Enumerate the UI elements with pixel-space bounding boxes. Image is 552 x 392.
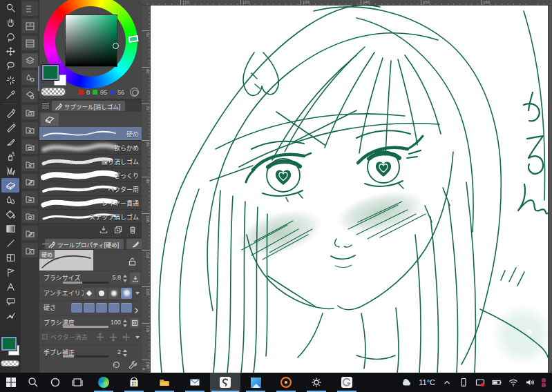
- color-mode-toggle-icon[interactable]: [130, 88, 139, 97]
- stabilization-value[interactable]: 2: [117, 349, 121, 355]
- brush-size-value[interactable]: 5.8: [112, 274, 121, 281]
- toolprop-tab[interactable]: ツールプロパティ[硬め]: [45, 239, 124, 249]
- tray-chevron-up[interactable]: [439, 373, 455, 392]
- reset-settings-icon[interactable]: [112, 360, 121, 369]
- figure-tool-icon[interactable]: [1, 236, 19, 251]
- brush-size-preset-button[interactable]: [130, 273, 140, 284]
- erase-touched-icon[interactable]: [96, 333, 104, 342]
- tray-battery-icon[interactable]: [488, 373, 505, 392]
- material-palette-icon-4[interactable]: [22, 157, 38, 171]
- hand-tool-icon[interactable]: [1, 15, 19, 30]
- tray-app-partial-icon[interactable]: [538, 373, 552, 392]
- taskbar-settings[interactable]: [301, 373, 332, 392]
- fill-tool-icon[interactable]: [1, 207, 19, 222]
- stabilization-stepper[interactable]: [123, 349, 128, 357]
- layout-palette-icon[interactable]: [22, 36, 38, 50]
- subtool-item-hard[interactable]: 硬め: [39, 127, 142, 141]
- hue-marker[interactable]: [128, 35, 138, 43]
- duplicate-subtool-icon[interactable]: [114, 226, 122, 234]
- subtool-item-soft[interactable]: 軟らかめ: [39, 141, 142, 155]
- task-view-button[interactable]: [66, 373, 88, 392]
- subtool-item-vector[interactable]: ベクター用: [39, 182, 142, 196]
- delete-subtool-icon[interactable]: [129, 226, 137, 234]
- pen-tool-icon[interactable]: [1, 106, 19, 120]
- subtool-item-rough[interactable]: ざっくり: [39, 168, 142, 182]
- weather-widget[interactable]: [399, 373, 415, 392]
- subtool-tab[interactable]: サブツール[消しゴム]: [52, 101, 125, 111]
- balloon-tool-icon[interactable]: [1, 294, 19, 308]
- antialias-none[interactable]: [84, 288, 95, 299]
- blend-tool-icon[interactable]: [1, 193, 19, 207]
- line-correction-tool-icon[interactable]: [1, 308, 19, 323]
- density-option-button[interactable]: [130, 318, 140, 328]
- ruler-flag-tool-icon[interactable]: [1, 265, 19, 280]
- canvas-scrollbar[interactable]: [548, 6, 552, 373]
- lasso-tool-icon[interactable]: [1, 59, 19, 73]
- import-subtool-icon[interactable]: [99, 226, 108, 234]
- eyedropper-icon[interactable]: [1, 88, 19, 102]
- drawing-canvas[interactable]: [151, 6, 548, 373]
- hardness-5[interactable]: [121, 303, 132, 313]
- start-button[interactable]: [0, 373, 22, 392]
- brush-detail-tab[interactable]: [126, 239, 142, 249]
- hardness-4[interactable]: [108, 303, 120, 313]
- taskbar-music-app[interactable]: [271, 373, 301, 392]
- saturation-value-square[interactable]: [66, 15, 117, 66]
- pencil-tool-icon[interactable]: [1, 120, 19, 135]
- quick-access-palette-icon[interactable]: [22, 1, 38, 16]
- eraser-group-button[interactable]: [41, 113, 59, 126]
- brush-size-stepper[interactable]: [123, 275, 128, 282]
- taskbar-file-explorer[interactable]: [149, 373, 180, 392]
- material-palette-icon-6[interactable]: [22, 191, 38, 206]
- antialias-middle[interactable]: [108, 288, 120, 299]
- antialias-caret-icon[interactable]: [135, 292, 140, 295]
- approximate-color-palette-icon[interactable]: [22, 70, 38, 85]
- gradient-tool-icon[interactable]: [1, 222, 19, 236]
- search-button[interactable]: [22, 373, 44, 392]
- brush-size-slider[interactable]: [63, 282, 108, 284]
- subtool-item-snap[interactable]: スナップ消しゴム: [39, 210, 142, 224]
- taskbar-mail[interactable]: [180, 373, 210, 392]
- airbrush-tool-icon[interactable]: [1, 149, 19, 164]
- stabilization-slider[interactable]: [63, 355, 108, 357]
- taskbar-clip-studio-paint[interactable]: [210, 373, 240, 392]
- taskbar-edge[interactable]: [88, 373, 119, 392]
- vector-erase-checkbox[interactable]: [42, 334, 48, 340]
- eraser-tool-icon[interactable]: [1, 178, 19, 193]
- brush-tool-icon[interactable]: [1, 135, 19, 149]
- cortana-button[interactable]: [44, 373, 66, 392]
- tray-capture-icon[interactable]: [472, 373, 488, 392]
- erase-to-intersection-icon[interactable]: [109, 333, 117, 342]
- hardness-2[interactable]: [84, 303, 95, 313]
- lock-icon[interactable]: [129, 256, 136, 264]
- taskbar-store[interactable]: [119, 373, 149, 392]
- color-history-palette-icon[interactable]: [22, 88, 38, 102]
- foreground-color-swatch[interactable]: [42, 65, 59, 80]
- vector-erase-caret-icon[interactable]: [135, 336, 140, 339]
- hardness-3[interactable]: [96, 303, 107, 313]
- density-slider[interactable]: [63, 326, 108, 328]
- sv-cursor[interactable]: [113, 43, 119, 49]
- tray-wifi-icon[interactable]: [505, 373, 522, 392]
- frame-border-tool-icon[interactable]: [1, 251, 19, 265]
- material-palette-icon-8[interactable]: [22, 226, 38, 240]
- move-tool-icon[interactable]: [1, 44, 19, 59]
- taskbar-clip-studio[interactable]: [332, 373, 362, 392]
- subtool-item-kneaded[interactable]: 練り消しゴム: [39, 155, 142, 168]
- hardness-1[interactable]: [71, 303, 82, 313]
- rotate-tool-icon[interactable]: [1, 30, 19, 44]
- material-palette-icon-9[interactable]: [22, 243, 38, 257]
- wrench-icon[interactable]: [129, 360, 137, 369]
- panel-collapse-icon[interactable]: «: [142, 366, 145, 371]
- zoom-tool-icon[interactable]: [1, 1, 19, 15]
- density-stepper[interactable]: [123, 320, 128, 327]
- antialias-weak[interactable]: [96, 288, 107, 299]
- tray-volume-icon[interactable]: [522, 373, 538, 392]
- sub-view-palette-icon[interactable]: [22, 19, 38, 33]
- temperature[interactable]: 11°C: [415, 373, 439, 392]
- text-tool-icon[interactable]: [1, 280, 19, 294]
- material-palette-icon-7[interactable]: [22, 208, 38, 223]
- material-palette-icon-5[interactable]: [22, 174, 38, 188]
- decoration-tool-icon[interactable]: [1, 164, 19, 178]
- material-palette-icon-3[interactable]: [22, 139, 38, 154]
